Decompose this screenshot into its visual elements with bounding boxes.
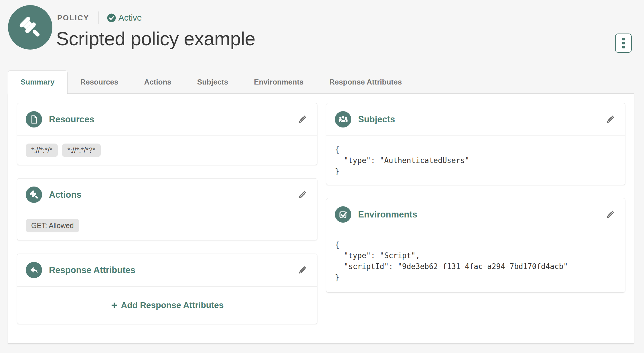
kebab-menu-icon [622, 38, 625, 40]
response-attributes-edit-button[interactable] [296, 264, 309, 276]
environments-card-body: { "type": "Script", "scriptId": "9de3eb6… [326, 231, 625, 292]
pencil-icon [297, 189, 308, 200]
response-attributes-card: Response Attributes Add Response Attribu… [17, 254, 317, 324]
resources-card-header: Resources [17, 103, 317, 136]
policy-avatar [8, 5, 52, 50]
left-column: Resources *://*:*/* *://*:*/*?* Actions [17, 103, 317, 324]
add-response-attributes-label: Add Response Attributes [121, 300, 224, 310]
pencil-icon [605, 209, 616, 220]
entity-type-label: POLICY [57, 13, 89, 22]
status-badge: Active [107, 13, 142, 23]
action-tag: GET: Allowed [26, 219, 79, 232]
environments-card-title: Environments [358, 209, 417, 220]
pencil-icon [297, 265, 308, 276]
environments-card-header: Environments [326, 198, 625, 231]
more-actions-button[interactable] [615, 34, 632, 53]
tab-resources[interactable]: Resources [68, 70, 131, 94]
gavel-icon [17, 14, 44, 41]
tab-bar: Summary Resources Actions Subjects Envir… [8, 70, 415, 94]
status-label: Active [118, 13, 142, 23]
gavel-icon [26, 187, 42, 203]
page-title: Scripted policy example [56, 28, 255, 50]
subjects-card-header: Subjects [326, 103, 625, 136]
tab-actions[interactable]: Actions [131, 70, 184, 94]
subjects-card-body: { "type": "AuthenticatedUsers" } [326, 136, 625, 185]
reply-arrow-icon [26, 262, 42, 278]
resource-pattern-tag: *://*:*/*?* [62, 144, 101, 157]
users-icon [335, 111, 351, 128]
summary-panel: Resources *://*:*/* *://*:*/*?* Actions [8, 93, 634, 344]
environments-edit-button[interactable] [604, 208, 617, 221]
actions-edit-button[interactable] [296, 189, 309, 201]
file-icon [26, 111, 42, 128]
environments-json: { "type": "Script", "scriptId": "9de3eb6… [326, 231, 625, 291]
actions-card: Actions GET: Allowed [17, 178, 317, 240]
pencil-icon [605, 114, 616, 125]
tab-response-attributes[interactable]: Response Attributes [317, 70, 415, 94]
actions-card-header: Actions [17, 179, 317, 211]
subjects-json: { "type": "AuthenticatedUsers" } [326, 136, 625, 185]
tab-environments[interactable]: Environments [241, 70, 316, 94]
response-attributes-card-title: Response Attributes [49, 265, 135, 275]
header-meta: POLICY Active [57, 11, 142, 24]
right-column: Subjects { "type": "AuthenticatedUsers" … [326, 103, 625, 293]
check-square-icon [335, 206, 351, 223]
resources-card-title: Resources [49, 114, 94, 125]
meta-divider [98, 11, 99, 24]
subjects-card: Subjects { "type": "AuthenticatedUsers" … [326, 103, 625, 185]
resources-card: Resources *://*:*/* *://*:*/*?* [17, 103, 317, 165]
resource-pattern-tag: *://*:*/* [26, 144, 58, 157]
response-attributes-card-body: Add Response Attributes [17, 287, 317, 324]
tab-summary[interactable]: Summary [8, 70, 68, 94]
response-attributes-card-header: Response Attributes [17, 254, 317, 287]
subjects-card-title: Subjects [358, 114, 395, 125]
environments-card: Environments { "type": "Script", "script… [326, 198, 625, 293]
resources-edit-button[interactable] [296, 113, 309, 126]
tab-subjects[interactable]: Subjects [184, 70, 241, 94]
resources-card-body: *://*:*/* *://*:*/*?* [17, 136, 317, 165]
check-circle-icon [107, 13, 116, 22]
actions-card-body: GET: Allowed [17, 211, 317, 240]
subjects-edit-button[interactable] [604, 113, 617, 126]
add-response-attributes-button[interactable]: Add Response Attributes [111, 300, 224, 310]
pencil-icon [297, 114, 308, 125]
actions-card-title: Actions [49, 190, 82, 200]
plus-icon [111, 302, 118, 309]
